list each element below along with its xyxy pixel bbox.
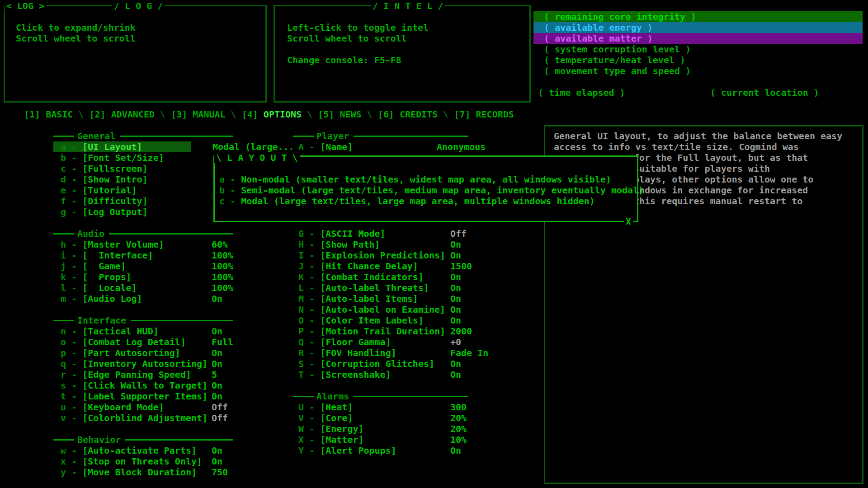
option-row-w[interactable]: w - [Auto-activate Parts]On <box>61 445 197 456</box>
option-row-p[interactable]: p - [Part Autosorting]On <box>61 347 180 358</box>
option-row-f[interactable]: f - [Difficulty] <box>61 196 148 206</box>
option-key: Y - <box>298 445 320 456</box>
option-row-L[interactable]: L - [Auto-label Threats]On <box>298 282 429 293</box>
option-row-m[interactable]: m - [Audio Log]On <box>61 293 142 304</box>
option-row-J[interactable]: J - [Hit Chance Delay]1500 <box>298 261 418 272</box>
option-value: Modal (large... <box>212 141 294 152</box>
log-tab[interactable]: < LOG > <box>5 0 46 11</box>
option-row-V[interactable]: V - [Core]20% <box>298 413 353 423</box>
option-key: a - <box>219 174 241 185</box>
option-row-l[interactable]: l - [ Locale]100% <box>61 282 137 293</box>
option-row-y[interactable]: y - [Move Block Duration]750 <box>61 467 197 478</box>
option-label: [Font Set/Size] <box>82 152 164 163</box>
option-row-i[interactable]: i - [ Interface]100% <box>61 250 153 261</box>
option-row-N[interactable]: N - [Auto-label on Examine]On <box>298 304 445 315</box>
section-rule <box>131 320 233 321</box>
option-row-G[interactable]: G - [ASCII Mode]Off <box>298 228 386 239</box>
option-row-u[interactable]: u - [Keyboard Mode]Off <box>61 402 164 413</box>
option-row-k[interactable]: k - [ Props]100% <box>61 272 132 282</box>
option-row-x[interactable]: x - [Stop on Threats Only]On <box>61 456 202 467</box>
option-value: On <box>212 326 222 337</box>
option-key: s - <box>61 380 82 391</box>
option-value: 750 <box>212 467 228 478</box>
option-row-P[interactable]: P - [Motion Trail Duration]2000 <box>298 326 445 337</box>
option-label: [ Interface] <box>82 250 153 261</box>
option-value: 2000 <box>450 326 472 337</box>
option-row-Y[interactable]: Y - [Alert Popups]On <box>298 445 396 456</box>
option-label: [Matter] <box>320 434 363 445</box>
layout-option-a[interactable]: a - Non-modal (smaller text/tiles, wides… <box>219 174 611 185</box>
section-rule <box>293 136 314 137</box>
option-row-q[interactable]: q - [Inventory Autosorting]On <box>61 358 208 369</box>
option-label: [Alert Popups] <box>320 445 396 456</box>
option-key: h - <box>61 239 82 250</box>
option-key: G - <box>298 228 320 239</box>
option-value: On <box>450 369 461 380</box>
option-value: On <box>212 380 222 391</box>
option-value: +0 <box>450 337 461 347</box>
tab-manual[interactable]: MANUAL <box>193 109 225 120</box>
option-row-b[interactable]: b - [Font Set/Size] <box>61 152 164 163</box>
option-row-r[interactable]: r - [Edge Panning Speed]5 <box>61 369 191 380</box>
option-row-S[interactable]: S - [Corruption Glitches]On <box>298 358 434 369</box>
option-row-K[interactable]: K - [Combat Indicators]On <box>298 272 424 282</box>
layout-option-c[interactable]: c - Modal (large text/tiles, large map a… <box>219 196 595 206</box>
section-header-behavior: Behavior <box>77 434 121 445</box>
option-row-h[interactable]: h - [Master Volume]60% <box>61 239 164 250</box>
option-row-v[interactable]: v - [Colorblind Adjustment]Off <box>61 413 208 423</box>
option-label: [Combat Indicators] <box>320 272 424 282</box>
option-row-e[interactable]: e - [Tutorial] <box>61 185 137 196</box>
log-hint-expand: Click to expand/shrink <box>16 22 136 33</box>
tab-options[interactable]: OPTIONS <box>264 109 302 120</box>
option-row-A[interactable]: A - [Name]Anonymous <box>298 141 353 152</box>
option-value: On <box>450 293 461 304</box>
tab-key: [3] <box>171 109 193 120</box>
option-key: T - <box>298 369 320 380</box>
option-label: [ASCII Mode] <box>320 228 386 239</box>
option-row-t[interactable]: t - [Label Supporter Items]On <box>61 391 208 402</box>
option-row-o[interactable]: o - [Combat Log Detail]Full <box>61 337 186 347</box>
log-panel <box>4 5 267 103</box>
tab-basic[interactable]: BASIC <box>46 109 73 120</box>
option-row-c[interactable]: c - [Fullscreen] <box>61 163 148 174</box>
option-row-a[interactable]: a - [UI Layout]Modal (large... <box>61 141 142 152</box>
option-label: [Log Output] <box>82 206 148 217</box>
option-value: On <box>212 293 222 304</box>
option-row-g[interactable]: g - [Log Output] <box>61 206 148 217</box>
log-hint-scroll: Scroll wheel to scroll <box>16 33 136 44</box>
option-label: [Tutorial] <box>82 185 137 196</box>
option-label: [Keyboard Mode] <box>82 402 164 413</box>
tab-credits[interactable]: CREDITS <box>400 109 438 120</box>
option-row-s[interactable]: s - [Click Walls to Target]On <box>61 380 208 391</box>
option-row-R[interactable]: R - [FOV Handling]Fade In <box>298 347 396 358</box>
tab-records[interactable]: RECORDS <box>476 109 514 120</box>
tab-news[interactable]: NEWS <box>340 109 361 120</box>
layout-modal-close-button[interactable]: X <box>624 216 633 227</box>
option-row-H[interactable]: H - [Show Path]On <box>298 239 380 250</box>
option-row-U[interactable]: U - [Heat]300 <box>298 402 353 413</box>
option-key: c - <box>61 163 82 174</box>
option-row-d[interactable]: d - [Show Intro] <box>61 174 148 185</box>
layout-option-b[interactable]: b - Semi-modal (large text/tiles, medium… <box>219 185 644 196</box>
current-location-label: ( current location ) <box>710 87 819 98</box>
option-row-I[interactable]: I - [Explosion Predictions]On <box>298 250 445 261</box>
tab-advanced[interactable]: ADVANCED <box>111 109 155 120</box>
option-label: [UI Layout] <box>82 141 142 152</box>
option-value: 20% <box>450 423 467 434</box>
option-row-O[interactable]: O - [Color Item Labels]On <box>298 315 424 326</box>
option-row-W[interactable]: W - [Energy]20% <box>298 423 364 434</box>
option-row-X[interactable]: X - [Matter]10% <box>298 434 364 445</box>
option-label: [Screenshake] <box>320 369 391 380</box>
option-label: [ Locale] <box>82 282 137 293</box>
option-key: q - <box>61 358 82 369</box>
option-row-n[interactable]: n - [Tactical HUD]On <box>61 326 159 337</box>
option-row-M[interactable]: M - [Auto-label Items]On <box>298 293 418 304</box>
section-rule <box>53 320 74 321</box>
status-legend-line: ( temperature/heat level ) <box>544 55 685 66</box>
option-row-T[interactable]: T - [Screenshake]On <box>298 369 391 380</box>
option-value: 300 <box>450 402 467 413</box>
intel-hint-console: Change console: F5~F8 <box>287 55 401 66</box>
option-key: O - <box>298 315 320 326</box>
option-row-Q[interactable]: Q - [Floor Gamma]+0 <box>298 337 391 347</box>
option-row-j[interactable]: j - [ Game]100% <box>61 261 126 272</box>
